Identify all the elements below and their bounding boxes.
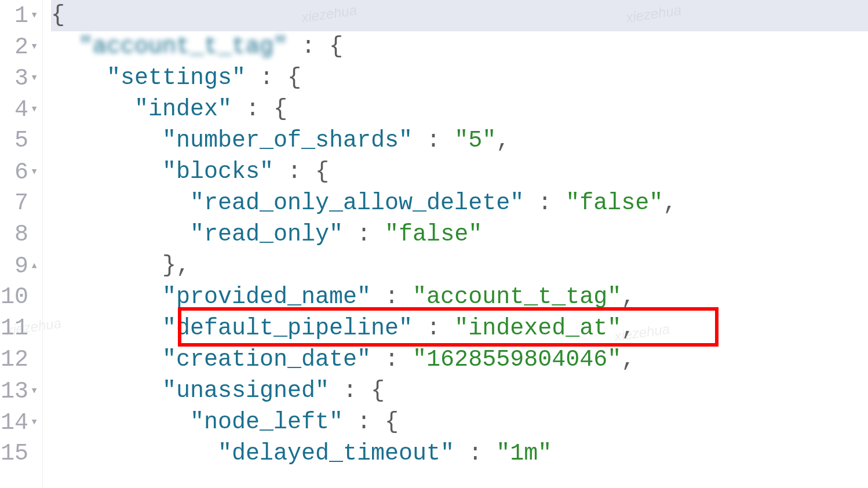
fold-icon[interactable]: ▾ — [30, 31, 39, 63]
json-key: "node_left" — [190, 409, 343, 435]
gutter-line[interactable]: 6▾ — [0, 156, 39, 188]
fold-icon[interactable]: ▾ — [30, 63, 39, 94]
code-line[interactable]: "account_t_tag" : { — [51, 31, 868, 63]
fold-icon[interactable]: ▾ — [30, 376, 39, 407]
code-line[interactable]: "blocks" : { — [51, 156, 868, 188]
gutter-line[interactable]: 15 — [0, 438, 39, 469]
code-line[interactable]: "unassigned" : { — [51, 376, 868, 407]
colon-brace: : { — [232, 96, 287, 122]
fold-icon[interactable]: ▾ — [30, 156, 39, 188]
code-line[interactable]: }, — [51, 250, 868, 282]
json-value: "1628559804046" — [413, 347, 621, 373]
json-key-blurred: "account_t_tag" — [79, 34, 287, 60]
gutter-line[interactable]: 9▴ — [0, 250, 39, 282]
code-line[interactable]: "settings" : { — [51, 63, 868, 94]
close-brace: }, — [162, 253, 190, 279]
json-key: "read_only" — [190, 221, 343, 247]
gutter-line[interactable]: 1▾ — [0, 0, 39, 31]
code-line[interactable]: "default_pipeline" : "indexed_at", — [51, 313, 868, 344]
brace: { — [51, 2, 65, 28]
colon-brace: : { — [273, 159, 329, 185]
code-line[interactable]: "creation_date" : "1628559804046", — [51, 344, 868, 376]
code-line[interactable]: { — [51, 0, 868, 31]
fold-icon[interactable]: ▴ — [30, 250, 39, 282]
json-key: "blocks" — [162, 159, 273, 185]
gutter-line[interactable]: 4▾ — [0, 94, 39, 125]
code-editor[interactable]: 1▾ 2▾ 3▾ 4▾ 5 6▾ 7 8 9▴ 10 11 12 13▾ 14▾… — [0, 0, 868, 488]
code-line[interactable]: "index" : { — [51, 94, 868, 125]
json-value: "indexed_at" — [454, 315, 621, 341]
json-key: "default_pipeline" — [162, 315, 413, 341]
colon-brace: : { — [329, 378, 385, 404]
json-key: "number_of_shards" — [162, 128, 413, 154]
code-area[interactable]: { "account_t_tag" : { "settings" : { "in… — [43, 0, 868, 488]
colon-brace: : { — [246, 65, 301, 91]
gutter-line[interactable]: 8 — [0, 219, 39, 250]
json-key: "unassigned" — [162, 378, 329, 404]
code-line[interactable]: "read_only_allow_delete" : "false", — [51, 188, 868, 219]
json-key: "provided_name" — [162, 284, 371, 310]
json-value: "false" — [385, 221, 482, 247]
json-value: "5" — [454, 128, 496, 154]
json-key: "creation_date" — [162, 347, 371, 373]
fold-icon[interactable]: ▾ — [30, 94, 39, 125]
gutter-line[interactable]: 12 — [0, 344, 39, 376]
fold-icon[interactable]: ▾ — [30, 407, 39, 438]
gutter-line[interactable]: 13▾ — [0, 376, 39, 407]
json-key: "settings" — [107, 65, 246, 91]
fold-icon[interactable]: ▾ — [30, 0, 39, 31]
json-value: "false" — [566, 190, 663, 216]
json-value: "1m" — [496, 440, 552, 467]
code-line[interactable]: "provided_name" : "account_t_tag", — [51, 282, 868, 313]
colon-brace: : { — [343, 409, 399, 435]
gutter-line[interactable]: 11 — [0, 313, 39, 344]
json-key: "delayed_timeout" — [218, 440, 454, 467]
json-value: "account_t_tag" — [413, 284, 621, 310]
gutter-line[interactable]: 2▾ — [0, 31, 39, 63]
gutter-line[interactable]: 7 — [0, 188, 39, 219]
gutter-line[interactable]: 10 — [0, 282, 39, 313]
json-key: "read_only_allow_delete" — [190, 190, 524, 216]
code-line[interactable]: "number_of_shards" : "5", — [51, 125, 868, 156]
gutter-line[interactable]: 3▾ — [0, 63, 39, 94]
gutter-line[interactable]: 5 — [0, 125, 39, 156]
code-line[interactable]: "node_left" : { — [51, 407, 868, 438]
code-line[interactable]: "delayed_timeout" : "1m" — [51, 438, 868, 469]
code-line[interactable]: "read_only" : "false" — [51, 219, 868, 250]
colon-brace: : { — [287, 34, 343, 60]
json-key: "index" — [134, 96, 232, 122]
line-number-gutter[interactable]: 1▾ 2▾ 3▾ 4▾ 5 6▾ 7 8 9▴ 10 11 12 13▾ 14▾… — [0, 0, 43, 488]
gutter-line[interactable]: 14▾ — [0, 407, 39, 438]
